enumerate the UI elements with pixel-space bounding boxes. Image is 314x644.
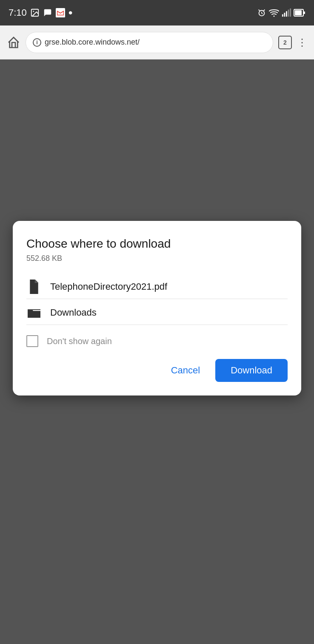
dialog-buttons: Cancel Download — [26, 359, 288, 382]
svg-rect-16 — [295, 10, 302, 15]
notification-dot: • — [69, 6, 73, 20]
battery-icon — [294, 8, 305, 17]
browser-bar: i grse.blob.core.windows.net/ 2 ⋮ — [0, 25, 314, 59]
dialog-filesize: 552.68 KB — [26, 254, 288, 263]
download-dialog: Choose where to download 552.68 KB Telep… — [13, 221, 301, 395]
dont-show-row[interactable]: Don't show again — [26, 327, 288, 359]
dont-show-checkbox[interactable] — [26, 335, 38, 347]
svg-rect-15 — [304, 11, 305, 14]
file-icon — [26, 279, 42, 294]
dialog-title: Choose where to download — [26, 236, 288, 251]
svg-line-6 — [259, 10, 260, 11]
url-text: grse.blob.core.windows.net/ — [45, 38, 266, 47]
svg-point-1 — [33, 11, 34, 12]
status-right — [257, 8, 305, 17]
svg-rect-13 — [290, 8, 291, 17]
svg-rect-11 — [286, 11, 287, 17]
wifi-icon — [269, 8, 279, 17]
alarm-icon — [257, 8, 266, 17]
more-options-icon[interactable]: ⋮ — [297, 37, 307, 48]
svg-rect-9 — [282, 14, 283, 17]
time-display: 7:10 — [9, 7, 27, 18]
image-icon — [30, 8, 40, 17]
filename-text: TelephoneDirectory2021.pdf — [50, 281, 288, 292]
folder-row[interactable]: Downloads — [26, 301, 288, 325]
status-bar: 7:10 • — [0, 0, 314, 25]
filename-row[interactable]: TelephoneDirectory2021.pdf — [26, 275, 288, 299]
url-bar[interactable]: i grse.blob.core.windows.net/ — [26, 32, 273, 53]
signal-icon — [282, 8, 291, 17]
gmail-icon — [56, 8, 65, 17]
folder-icon — [26, 305, 42, 320]
cancel-button[interactable]: Cancel — [163, 359, 208, 382]
home-icon[interactable] — [7, 36, 20, 49]
folder-name-text: Downloads — [50, 307, 288, 318]
info-icon: i — [33, 38, 41, 47]
svg-rect-10 — [284, 13, 285, 17]
status-left: 7:10 • — [9, 6, 73, 20]
svg-line-7 — [264, 10, 265, 11]
chat-icon — [43, 8, 52, 17]
svg-rect-12 — [288, 10, 289, 17]
dont-show-label: Don't show again — [47, 336, 112, 346]
download-button[interactable]: Download — [215, 359, 288, 382]
svg-point-8 — [274, 16, 275, 17]
tab-count-badge[interactable]: 2 — [278, 36, 292, 49]
svg-line-5 — [262, 13, 263, 14]
